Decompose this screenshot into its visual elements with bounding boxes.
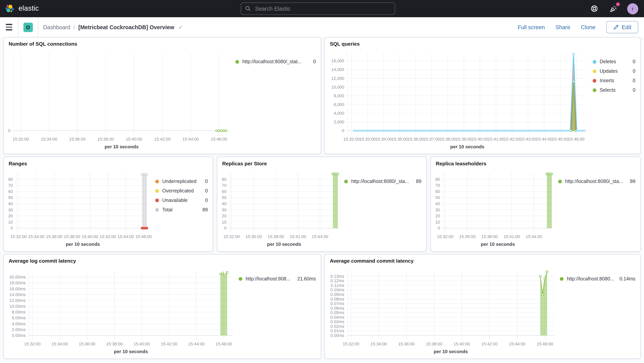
legend-item[interactable]: http://localhost:8080/_sta...89	[558, 179, 636, 184]
chart-canvas[interactable]: 015:32:0015:34:0015:36:0015:38:0015:40:0…	[6, 49, 235, 150]
chart-area[interactable]: 02,0004,0006,0008,00010,00012,00014,0001…	[326, 49, 592, 150]
legend-item[interactable]: http://localhost:808...21.60ms	[239, 276, 316, 282]
svg-text:15:44:00: 15:44:00	[312, 234, 328, 239]
panel-replicas-per-store: Replicas per Store 0102030405060708015:3…	[217, 157, 427, 252]
chart-canvas[interactable]: 0.00ms0.01ms0.02ms0.03ms0.04ms0.05ms0.06…	[326, 266, 560, 355]
legend-item[interactable]: http://localhost:8080/_stat...0	[235, 59, 316, 65]
brand-name: elastic	[18, 5, 39, 13]
help-button[interactable]	[589, 4, 599, 14]
chart-area[interactable]: 0102030405060708015:32:0015:34:0015:36:0…	[6, 169, 155, 248]
legend-series-dot	[155, 179, 159, 183]
panel-title[interactable]: Average command commit latency	[325, 254, 640, 264]
svg-text:15:32:00: 15:32:00	[343, 341, 359, 346]
panel-title[interactable]: Average log commit latency	[4, 254, 321, 264]
chart-canvas[interactable]: 0102030405060708015:32:0015:34:0015:36:0…	[6, 169, 155, 248]
panel-title[interactable]: SQL queries	[325, 37, 640, 47]
svg-text:60: 60	[435, 189, 440, 194]
saved-check-icon: ✓	[178, 24, 183, 30]
svg-text:70: 70	[435, 183, 440, 188]
svg-text:2.00ms: 2.00ms	[12, 327, 26, 332]
chart-legend: http://localhost:8080/_stat...0	[235, 49, 319, 150]
clone-link[interactable]: Clone	[581, 24, 596, 30]
svg-text:50: 50	[8, 195, 13, 200]
svg-text:15:36:00: 15:36:00	[398, 341, 415, 346]
notification-dot	[616, 3, 620, 6]
legend-item[interactable]: Selects0	[592, 87, 635, 93]
elastic-logo-icon	[5, 4, 15, 14]
chart-area[interactable]: 0.00ms0.01ms0.02ms0.03ms0.04ms0.05ms0.06…	[326, 266, 560, 355]
svg-text:20.00ms: 20.00ms	[10, 275, 26, 279]
legend-series-dot	[155, 189, 159, 193]
chart-canvas[interactable]: 02,0004,0006,0008,00010,00012,00014,0001…	[326, 49, 592, 150]
legend-item[interactable]: http://localhost:8080/_sta...89	[344, 179, 422, 184]
chart-canvas[interactable]: 0.00ms2.00ms4.00ms6.00ms8.00ms10.00ms12.…	[6, 266, 239, 355]
legend-value: 0	[629, 87, 635, 93]
svg-text:per 10 seconds: per 10 seconds	[66, 242, 100, 247]
global-search[interactable]	[241, 3, 395, 15]
svg-text:14,000: 14,000	[331, 67, 344, 72]
full-screen-link[interactable]: Full screen	[518, 24, 545, 30]
svg-text:15:35:00: 15:35:00	[246, 234, 262, 239]
svg-text:12.00ms: 12.00ms	[10, 298, 26, 303]
svg-text:15:44:00: 15:44:00	[188, 341, 204, 346]
chart-canvas[interactable]: 0102030405060708015:32:0015:35:0015:38:0…	[432, 169, 558, 248]
legend-label: http://localhost:8080/_stat...	[242, 59, 302, 65]
chart-area[interactable]: 015:32:0015:34:0015:36:0015:38:0015:40:0…	[6, 49, 235, 150]
search-input[interactable]	[254, 5, 395, 12]
legend-value: 21.60ms	[294, 276, 316, 282]
panel-replica-leaseholders: Replica leaseholders 0102030405060708015…	[430, 157, 641, 252]
legend-label: Unavailable	[162, 197, 188, 203]
menu-button[interactable]	[0, 17, 18, 37]
user-avatar[interactable]: r	[627, 3, 638, 14]
svg-text:15:44:00: 15:44:00	[526, 234, 542, 239]
chart-area[interactable]: 0102030405060708015:32:0015:35:0015:38:0…	[219, 169, 344, 248]
legend-item[interactable]: Underreplicated0	[155, 179, 208, 184]
panel-title[interactable]: Number of SQL connections	[4, 37, 321, 47]
legend-value: 0	[310, 59, 316, 65]
legend-item[interactable]: http://localhost:8080...0.14ms	[560, 276, 635, 282]
svg-text:0.13ms: 0.13ms	[330, 274, 344, 279]
svg-text:0.04ms: 0.04ms	[330, 315, 344, 320]
panel-title[interactable]: Replicas per Store	[217, 157, 426, 167]
legend-item[interactable]: Inserts0	[592, 78, 635, 84]
svg-text:15:38:00: 15:38:00	[426, 341, 442, 346]
svg-text:0.02ms: 0.02ms	[330, 324, 344, 329]
svg-text:0: 0	[342, 128, 344, 133]
svg-text:15:40:00: 15:40:00	[472, 137, 488, 142]
legend-value: 0	[202, 197, 208, 203]
panel-title[interactable]: Ranges	[4, 157, 213, 167]
edit-button[interactable]: Edit	[606, 21, 638, 33]
legend-item[interactable]: Updates0	[592, 68, 635, 74]
breadcrumb-dashboard[interactable]: Dashboard	[43, 24, 70, 30]
svg-text:15:45:00: 15:45:00	[552, 137, 568, 142]
svg-text:15:46:00: 15:46:00	[216, 341, 232, 346]
svg-text:0: 0	[11, 226, 13, 230]
legend-item[interactable]: Deletes0	[592, 59, 635, 65]
legend-value: 0	[629, 59, 635, 65]
svg-text:15:39:00: 15:39:00	[456, 137, 472, 142]
chart-area[interactable]: 0102030405060708015:32:0015:35:0015:38:0…	[432, 169, 558, 248]
chart-canvas[interactable]: 0102030405060708015:32:0015:35:0015:38:0…	[219, 169, 344, 248]
svg-text:0.09ms: 0.09ms	[330, 292, 344, 297]
share-link[interactable]: Share	[556, 24, 570, 30]
legend-item[interactable]: Total89	[155, 207, 208, 213]
svg-text:12,000: 12,000	[331, 76, 344, 81]
legend-item[interactable]: Overreplicated0	[155, 188, 208, 194]
panel-sql-queries: SQL queries 02,0004,0006,0008,00010,0001…	[324, 37, 641, 154]
svg-text:15:32:00: 15:32:00	[343, 137, 360, 142]
svg-text:15:36:00: 15:36:00	[46, 234, 62, 239]
legend-item[interactable]: Unavailable0	[155, 197, 208, 203]
svg-text:10: 10	[8, 220, 13, 225]
legend-value: 0	[629, 78, 635, 84]
svg-text:0.10ms: 0.10ms	[330, 287, 344, 292]
newsfeed-button[interactable]	[608, 4, 618, 14]
panel-title[interactable]: Replica leaseholders	[431, 157, 640, 167]
svg-text:80: 80	[222, 177, 226, 182]
breadcrumb-separator: /	[74, 24, 75, 30]
svg-text:50: 50	[222, 195, 226, 200]
chart-area[interactable]: 0.00ms2.00ms4.00ms6.00ms8.00ms10.00ms12.…	[6, 266, 239, 355]
elastic-brand[interactable]: elastic	[0, 4, 87, 14]
svg-text:80: 80	[435, 177, 440, 182]
svg-text:15:40:00: 15:40:00	[82, 234, 98, 239]
app-badge-wrap[interactable]: D	[18, 17, 38, 37]
